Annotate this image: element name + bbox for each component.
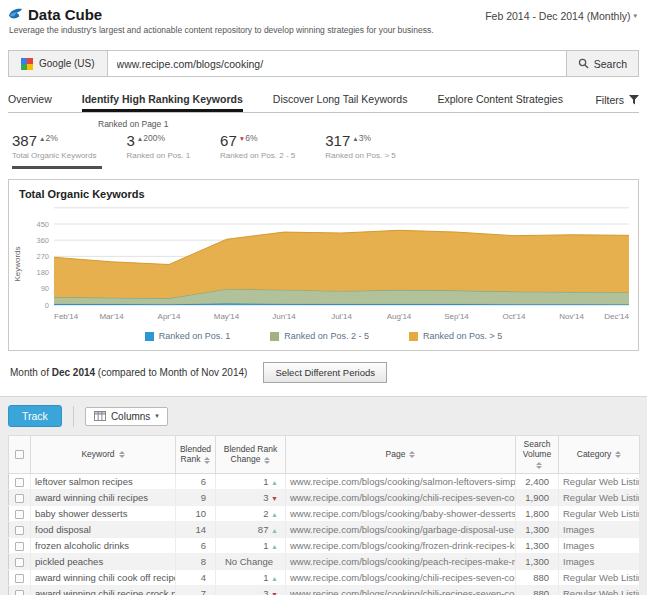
search-button-label: Search [594, 58, 627, 70]
track-button[interactable]: Track [8, 405, 62, 427]
sort-icon [615, 451, 621, 458]
page-cell[interactable]: www.recipe.com/blogs/cooking/frozen-drin… [286, 537, 516, 553]
search-engine-select[interactable]: Google (US) [9, 51, 108, 76]
table-row: frozen alcoholic drinks61 ▲www.recipe.co… [9, 537, 640, 553]
table-toolbar: Track Columns ▾ [8, 405, 639, 427]
stat-value: 67 [220, 132, 237, 149]
blended-rank-change-cell: 3 ▼ [216, 585, 286, 595]
select-all-checkbox-cell [9, 436, 31, 474]
keyword-cell: pickled peaches [31, 553, 176, 569]
toolbar-divider [73, 406, 74, 427]
blended-rank-change-cell: 1 ▲ [216, 569, 286, 585]
keyword-cell: food disposal [31, 521, 176, 537]
category-cell: Images [559, 553, 640, 569]
blended-rank-cell: 7 [176, 585, 216, 595]
sort-icon [204, 457, 210, 464]
column-header-keyword[interactable]: Keyword [31, 436, 176, 474]
tab-identify-high-ranking-keywords[interactable]: Identify High Ranking Keywords [82, 88, 243, 112]
url-input[interactable] [108, 51, 566, 76]
svg-text:Nov'14: Nov'14 [559, 312, 584, 321]
page-cell[interactable]: www.recipe.com/blogs/cooking/garbage-dis… [286, 521, 516, 537]
row-checkbox[interactable] [15, 478, 24, 487]
legend-label: Ranked on Pos. > 5 [423, 331, 502, 341]
column-header-blended-rank-change[interactable]: Blended Rank Change [216, 436, 286, 474]
column-header-category[interactable]: Category [559, 436, 640, 474]
column-header-label: Page [386, 449, 406, 459]
search-volume-cell: 1,300 [516, 553, 559, 569]
search-volume-cell: 1,900 [516, 489, 559, 505]
category-cell: Regular Web Listing [559, 585, 640, 595]
category-cell: Regular Web Listing [559, 505, 640, 521]
keyword-cell: award winning chili cook off recipes [31, 569, 176, 585]
column-header-label: Category [577, 449, 612, 459]
svg-text:90: 90 [41, 284, 49, 293]
stat-up-arrow-icon: ▲ [352, 135, 358, 142]
chevron-down-icon: ▾ [155, 412, 159, 420]
row-checkbox-cell [9, 569, 31, 585]
row-checkbox-cell [9, 537, 31, 553]
row-checkbox-cell [9, 505, 31, 521]
row-checkbox[interactable] [15, 510, 24, 519]
stat-ranked-on-pos-1[interactable]: 3▲200%Ranked on Pos. 1 [126, 132, 196, 169]
row-checkbox[interactable] [15, 574, 24, 583]
row-checkbox[interactable] [15, 590, 24, 595]
svg-text:450: 450 [36, 220, 49, 229]
stat-label: Ranked on Pos. 1 [126, 151, 190, 160]
svg-text:Mar'14: Mar'14 [99, 312, 124, 321]
legend-label: Ranked on Pos. 2 - 5 [284, 331, 369, 341]
page-cell[interactable]: www.recipe.com/blogs/cooking/chili-recip… [286, 585, 516, 595]
table-row: pickled peaches8No Changewww.recipe.com/… [9, 553, 640, 569]
stats-section: Ranked on Page 1 387▲2%Total Organic Key… [12, 116, 647, 169]
row-checkbox[interactable] [15, 526, 24, 535]
columns-dropdown[interactable]: Columns ▾ [85, 407, 168, 426]
stat-top: 317▲3% [325, 132, 396, 150]
table-row: award winning chili recipe crock pot73 ▼… [9, 585, 640, 595]
page-cell[interactable]: www.recipe.com/blogs/cooking/peach-recip… [286, 553, 516, 569]
row-checkbox[interactable] [15, 558, 24, 567]
blended-rank-change-cell: 3 ▼ [216, 489, 286, 505]
column-header-search-volume[interactable]: Search Volume [516, 436, 559, 474]
stat-value: 317 [325, 132, 350, 149]
select-all-checkbox[interactable] [15, 450, 24, 459]
select-periods-button[interactable]: Select Different Periods [263, 362, 387, 383]
rank-up-icon: ▲ [271, 543, 278, 550]
row-checkbox-cell [9, 521, 31, 537]
legend-item-ranked-on-pos-1[interactable]: Ranked on Pos. 1 [145, 331, 231, 341]
page-cell[interactable]: www.recipe.com/blogs/cooking/chili-recip… [286, 569, 516, 585]
stat-change: ▲3% [352, 133, 371, 143]
stat-ranked-on-pos-2-5[interactable]: 67▼6%Ranked on Pos. 2 - 5 [220, 132, 301, 169]
blended-rank-cell: 6 [176, 537, 216, 553]
tab-discover-long-tail-keywords[interactable]: Discover Long Tail Keywords [273, 88, 408, 112]
google-icon [21, 58, 33, 70]
page-cell[interactable]: www.recipe.com/blogs/cooking/chili-recip… [286, 489, 516, 505]
legend-item-ranked-on-pos-5[interactable]: Ranked on Pos. > 5 [409, 331, 502, 341]
column-header-blended-rank[interactable]: Blended Rank [176, 436, 216, 474]
tab-overview[interactable]: Overview [8, 88, 52, 112]
column-header-page[interactable]: Page [286, 436, 516, 474]
search-button[interactable]: Search [566, 51, 638, 76]
table-row: baby shower desserts102 ▲www.recipe.com/… [9, 505, 640, 521]
svg-text:360: 360 [36, 236, 49, 245]
rank-down-icon: ▼ [271, 495, 278, 502]
chart-title: Total Organic Keywords [9, 180, 638, 202]
page-cell[interactable]: www.recipe.com/blogs/cooking/salmon-left… [286, 473, 516, 489]
stat-label: Ranked on Pos. 2 - 5 [220, 151, 295, 160]
stat-total-organic-keywords[interactable]: 387▲2%Total Organic Keywords [12, 132, 102, 169]
blended-rank-cell: 6 [176, 473, 216, 489]
svg-text:Oct'14: Oct'14 [503, 312, 526, 321]
page-cell[interactable]: www.recipe.com/blogs/cooking/baby-shower… [286, 505, 516, 521]
row-checkbox-cell [9, 473, 31, 489]
filters-button[interactable]: Filters [595, 94, 639, 112]
blended-rank-change-cell: 1 ▲ [216, 537, 286, 553]
stat-ranked-on-pos-5[interactable]: 317▲3%Ranked on Pos. > 5 [325, 132, 402, 169]
funnel-icon [629, 95, 639, 105]
tab-explore-content-strategies[interactable]: Explore Content Strategies [437, 88, 563, 112]
date-range-selector[interactable]: Feb 2014 - Dec 2014 (Monthly) ▾ [485, 6, 637, 22]
legend-item-ranked-on-pos-2-5[interactable]: Ranked on Pos. 2 - 5 [270, 331, 369, 341]
keyword-cell: baby shower desserts [31, 505, 176, 521]
row-checkbox[interactable] [15, 494, 24, 503]
row-checkbox[interactable] [15, 542, 24, 551]
change-value: No Change [225, 556, 273, 567]
change-value: 2 [263, 508, 271, 519]
svg-text:May'14: May'14 [214, 312, 240, 321]
